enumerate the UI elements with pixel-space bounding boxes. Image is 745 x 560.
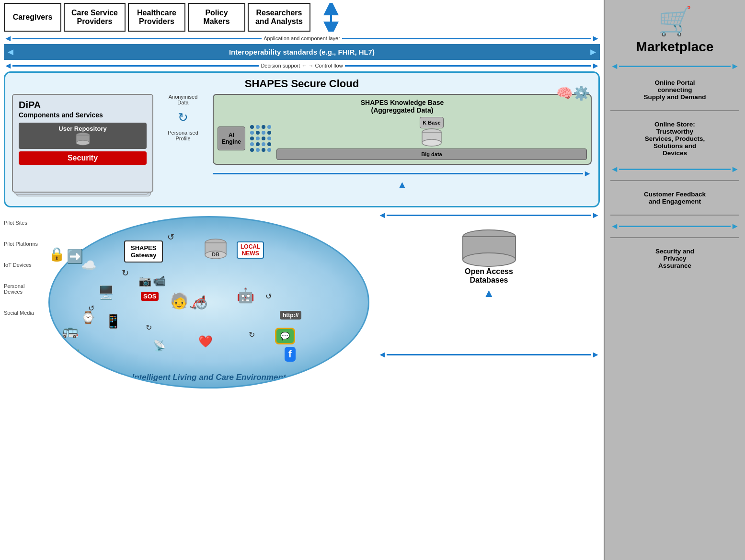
label-pilot-sites: Pilot Sites (4, 220, 45, 226)
arrow-left-2: ◄ (610, 164, 619, 174)
circ-arr-heart: ↻ (249, 330, 255, 339)
arrow-line-3 (619, 226, 731, 227)
interop-text: Interoperability standards (e.g., FHIR, … (17, 48, 586, 56)
facebook-icon: f (285, 347, 296, 362)
interop-arrow-r: ► (586, 46, 600, 57)
dot (262, 137, 265, 140)
padlock-icon: 🔒 (48, 246, 65, 262)
right-zone: ◄ ► Open AccessDatabases (378, 210, 600, 411)
camera2-icon: 📹 (153, 275, 166, 287)
dot (267, 142, 271, 146)
divider-3 (610, 215, 739, 216)
arrow-row-decision: ◄ Decision support ← → Control flow ► (4, 61, 600, 70)
kb-title: SHAPES Knowledge Base(Aggreggated Data) (218, 99, 587, 114)
bigdata-label: Big data (276, 149, 587, 160)
up-arrow-opendb: ▲ (213, 179, 592, 191)
bottom-marketplace-arrow: ◄ ► (378, 350, 600, 360)
up-arrow-from-oad: ▲ (378, 286, 600, 300)
marketplace-title: Marketplace (636, 39, 714, 55)
circ-arrow-2: ↺ (167, 232, 174, 242)
circ-arr-iot2: ↻ (146, 323, 152, 332)
kb-right-arrow: ► (213, 169, 592, 179)
http-badge: http:// (280, 311, 301, 320)
up-arrow-svg (322, 3, 340, 32)
divider-4 (610, 237, 739, 238)
circ-arr-iot: ↺ (88, 304, 94, 313)
label-iot-devices: IoT Devices (4, 262, 45, 268)
kbase-col: K Base Big data (276, 117, 587, 160)
marketplace-arrow-3: ◄ ► (610, 221, 739, 231)
dot (250, 137, 254, 140)
gateway-box: SHAPESGateway (124, 240, 163, 263)
mkt-bottom-l: ◄ (378, 350, 387, 360)
arrow-left-1: ◄ (610, 61, 619, 71)
cloud-to-kb-arrow: ◄ ► (378, 210, 600, 220)
arrow-left-3: ◄ (610, 221, 619, 231)
db-cylinder: DB (203, 239, 228, 260)
cloud-title: SHAPES Secure Cloud (12, 78, 592, 90)
interop-arrow-row: ◄ Interoperability standards (e.g., FHIR… (4, 44, 600, 60)
marketplace-arrow-2: ◄ ► (610, 164, 739, 174)
cart-icon: 🛒 (658, 5, 692, 37)
dot (262, 125, 265, 129)
brain-gear-icon: 🧠⚙️ (556, 85, 590, 101)
leaf-icon: 🌿 (64, 349, 80, 364)
marketplace-sidebar: 🛒 Marketplace ◄ ► Online Portalconnectin… (604, 0, 745, 560)
left-col-labels: Pilot Sites Pilot Platforms IoT Devices … (4, 210, 45, 411)
dot (256, 142, 260, 146)
top-boxes-row: Caregivers Care ServiceProviders Healthc… (4, 3, 600, 32)
kb-arrow-head: ► (583, 169, 592, 179)
dot (256, 131, 260, 135)
main-content: Caregivers Care ServiceProviders Healthc… (0, 0, 604, 560)
dot (267, 125, 271, 129)
db-svg: DB (203, 239, 228, 260)
tablet-icon: 🖥️ (98, 285, 115, 300)
marketplace-item-0: Online PortalconnectingSupply and Demand (641, 73, 709, 106)
marketplace-arrow-1: ◄ ► (610, 61, 739, 71)
smartphone-icon: 📱 (105, 313, 122, 329)
user-repository: User Repository (19, 123, 147, 149)
top-box-healthcare: HealthcareProviders (128, 3, 185, 32)
bluetooth-icon: 📡 (153, 340, 166, 352)
arrow-r-dec: ► (591, 61, 600, 70)
svg-text:DB: DB (212, 251, 219, 257)
svg-point-8 (422, 139, 441, 146)
arrow-l-app: ◄ (4, 34, 12, 43)
dipa-wrapper: DiPA Components and Services User Reposi… (12, 94, 153, 199)
kb-arrow-line (213, 173, 583, 174)
label-personal-devices: Personal Devices (4, 283, 45, 295)
circ-arrow-1: ↻ (122, 268, 129, 278)
ellipse-label: Intelligent Living and Care Environment (50, 373, 368, 382)
mkt-bottom-line (387, 354, 591, 355)
sos-badge: SOS (141, 292, 159, 301)
kbase-label: K Base (420, 117, 443, 128)
bus-icon: 🚌 (62, 323, 79, 339)
page-wrapper: 🛒 Marketplace ◄ ► Online Portalconnectin… (0, 0, 745, 560)
dot (267, 148, 271, 152)
dot (262, 142, 265, 146)
ellipse-zone: 🔒 ➡️ SHAPESGateway (48, 210, 374, 411)
mkt-bottom-r: ► (591, 350, 600, 360)
cloud-section: SHAPES Secure Cloud DiPA Components and … (4, 71, 600, 207)
marketplace-item-2: Customer Feedbackand Engagement (641, 185, 709, 211)
kb-area: 🧠⚙️ SHAPES Knowledge Base(Aggreggated Da… (213, 94, 592, 191)
open-access-section: Open AccessDatabases (378, 229, 600, 285)
personalised-label: PersonalisedProfile (168, 130, 198, 141)
user-repo-label: User Repository (23, 125, 142, 132)
kb-arrow-l: ◄ (378, 210, 387, 220)
watch-icon: ⌚ (81, 311, 95, 324)
robot-icon: 🤖 (237, 287, 254, 304)
arrow-text-dec: Decision support ← → Control flow (259, 63, 344, 69)
heart-icon: ❤️ (198, 335, 213, 348)
svg-point-5 (76, 140, 90, 145)
cloud-content: DiPA Components and Services User Reposi… (12, 94, 592, 199)
knowledge-base-box: SHAPES Knowledge Base(Aggreggated Data) … (213, 94, 592, 165)
dipa-front: DiPA Components and Services User Reposi… (12, 94, 153, 193)
arrow-row-application: ◄ Application and component layer ► (4, 34, 600, 43)
open-access-cylinder (458, 229, 520, 267)
arrow-text-app: Application and component layer (262, 35, 342, 41)
dipa-title: DiPA (19, 100, 147, 111)
kbase-cylinder (420, 128, 444, 147)
local-news-badge: LOCALNEWS (237, 241, 264, 259)
kb-arrow-r: ► (591, 210, 600, 220)
